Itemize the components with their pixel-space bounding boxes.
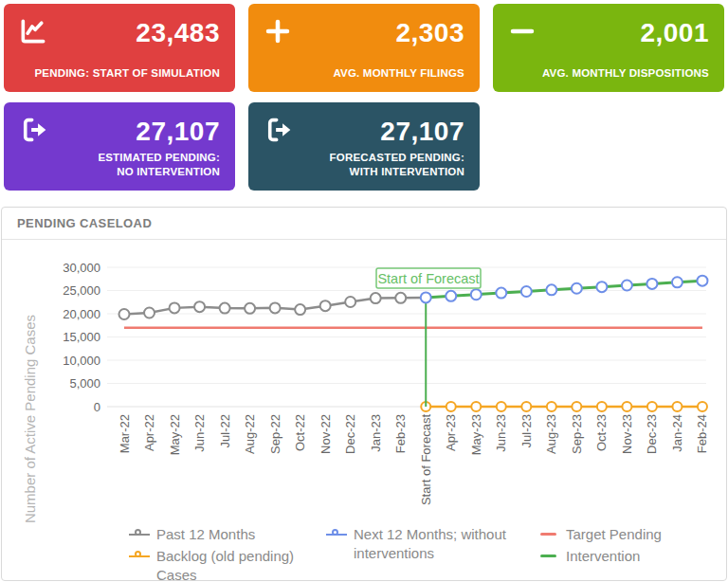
series-marker-backlog-old-pending-cases xyxy=(597,402,607,411)
legend-column: Next 12 Months; without interventions xyxy=(326,525,536,563)
kpi-value: 2,303 xyxy=(395,18,464,48)
series-marker-next-12-months-without-interventions xyxy=(471,289,482,300)
chart-line-icon xyxy=(18,16,48,46)
legend-label: Backlog (old pending) Cases xyxy=(156,547,318,582)
x-tick-label: Dec-22 xyxy=(343,414,357,454)
legend-label: Next 12 Months; without interventions xyxy=(354,525,536,563)
kpi-value: 27,107 xyxy=(380,117,464,147)
series-marker-backlog-old-pending-cases xyxy=(698,402,707,411)
series-marker-backlog-old-pending-cases xyxy=(572,402,581,411)
minus-icon xyxy=(507,16,537,46)
legend-column: Target PendingIntervention xyxy=(538,525,662,566)
x-tick-label: Start of Forecast xyxy=(419,414,433,505)
series-marker-backlog-old-pending-cases xyxy=(622,402,631,411)
x-tick-label: May-22 xyxy=(168,414,182,455)
dashboard: 23,483 PENDING: START OF SIMULATION 2,30… xyxy=(0,0,728,582)
legend-circle-marker-icon xyxy=(129,525,150,544)
y-tick-label: 10,000 xyxy=(63,354,100,368)
series-marker-past-12-months xyxy=(245,303,255,314)
series-marker-past-12-months xyxy=(144,308,155,318)
series-marker-next-12-months-without-interventions xyxy=(546,284,556,295)
x-tick-label: Aug-22 xyxy=(243,414,257,454)
kpi-card-avg-dispositions: 2,001 AVG. MONTHLY DISPOSITIONS xyxy=(493,4,724,92)
series-marker-past-12-months xyxy=(270,302,281,313)
series-marker-next-12-months-without-interventions xyxy=(697,276,707,286)
kpi-card-avg-filings: 2,303 AVG. MONTHLY FILINGS xyxy=(248,4,480,92)
x-tick-label: Mar-22 xyxy=(118,414,132,453)
series-marker-backlog-old-pending-cases xyxy=(446,402,456,411)
x-tick-label: Jun-22 xyxy=(192,414,207,452)
legend-item-intervention[interactable]: Intervention xyxy=(538,547,662,566)
series-marker-past-12-months xyxy=(320,300,331,311)
series-marker-next-12-months-without-interventions xyxy=(496,288,506,299)
legend-label: Past 12 Months xyxy=(156,525,255,544)
kpi-label: FORECASTED PENDING:WITH INTERVENTION xyxy=(330,151,464,179)
kpi-card-estimated-pending: 27,107 ESTIMATED PENDING:NO INTERVENTION xyxy=(4,102,235,191)
kpi-card-pending-start: 23,483 PENDING: START OF SIMULATION xyxy=(4,4,235,92)
x-tick-label: Jan-24 xyxy=(670,414,684,452)
series-marker-next-12-months-without-interventions xyxy=(672,277,682,287)
legend-circle-marker-icon xyxy=(129,547,150,566)
legend-column: Past 12 MonthsBacklog (old pending) Case… xyxy=(129,525,318,582)
y-tick-label: 25,000 xyxy=(63,283,100,298)
legend-line-marker-icon xyxy=(538,525,559,544)
series-marker-past-12-months xyxy=(395,293,406,303)
kpi-label: AVG. MONTHLY DISPOSITIONS xyxy=(542,66,709,81)
series-marker-past-12-months xyxy=(170,302,180,313)
series-marker-past-12-months xyxy=(371,293,381,303)
series-marker-past-12-months xyxy=(194,301,205,312)
series-marker-backlog-old-pending-cases xyxy=(497,402,506,411)
series-marker-backlog-old-pending-cases xyxy=(471,402,481,411)
x-tick-label: Jun-23 xyxy=(494,414,508,452)
kpi-label: AVG. MONTHLY FILINGS xyxy=(333,66,464,81)
x-tick-label: Sep-22 xyxy=(268,414,282,454)
series-marker-backlog-old-pending-cases xyxy=(672,402,682,411)
series-marker-backlog-old-pending-cases xyxy=(547,402,556,411)
x-tick-label: Sep-23 xyxy=(570,414,584,454)
series-marker-past-12-months xyxy=(220,303,230,314)
y-axis-title: Number of Active Pending Cases xyxy=(22,315,38,523)
y-tick-label: 15,000 xyxy=(63,330,100,344)
series-marker-next-12-months-without-interventions xyxy=(521,286,532,297)
y-tick-label: 30,000 xyxy=(63,261,100,275)
x-tick-label: Oct-23 xyxy=(594,414,609,451)
kpi-label: PENDING: START OF SIMULATION xyxy=(34,66,220,81)
x-tick-label: Apr-23 xyxy=(444,414,458,451)
legend-label: Intervention xyxy=(566,547,640,566)
x-tick-label: Feb-23 xyxy=(393,414,408,453)
kpi-value: 27,107 xyxy=(136,117,220,147)
x-tick-label: Dec-23 xyxy=(645,414,659,454)
series-marker-next-12-months-without-interventions xyxy=(572,283,582,294)
sign-out-icon xyxy=(18,115,48,145)
start-of-forecast-annotation-text: Start of Forecast xyxy=(377,271,479,286)
panel-title: PENDING CASELOAD xyxy=(17,216,152,230)
y-tick-label: 20,000 xyxy=(63,307,100,321)
x-tick-label: Feb-24 xyxy=(695,414,709,453)
series-marker-next-12-months-without-interventions xyxy=(421,292,431,302)
legend-item-next-12-months-without-interventions[interactable]: Next 12 Months; without interventions xyxy=(326,525,536,563)
legend-circle-marker-icon xyxy=(326,525,347,544)
legend-item-target-pending[interactable]: Target Pending xyxy=(538,525,662,544)
series-marker-next-12-months-without-interventions xyxy=(596,282,607,292)
kpi-label: ESTIMATED PENDING:NO INTERVENTION xyxy=(98,151,220,179)
legend-item-backlog-old-pending-cases[interactable]: Backlog (old pending) Cases xyxy=(129,547,318,582)
series-marker-past-12-months xyxy=(345,297,355,307)
series-marker-next-12-months-without-interventions xyxy=(646,279,657,289)
y-tick-label: 0 xyxy=(94,400,100,414)
legend-line-marker-icon xyxy=(538,547,559,566)
x-tick-label: Oct-22 xyxy=(293,414,307,451)
pending-caseload-chart: 05,00010,00015,00020,00025,00030,000Mar-… xyxy=(0,239,728,523)
legend-label: Target Pending xyxy=(566,525,662,544)
kpi-value: 2,001 xyxy=(640,18,709,48)
x-tick-label: Aug-23 xyxy=(544,414,558,454)
series-marker-backlog-old-pending-cases xyxy=(521,402,531,411)
sign-out-icon xyxy=(263,115,293,145)
series-marker-backlog-old-pending-cases xyxy=(647,402,657,411)
series-marker-past-12-months xyxy=(119,309,130,319)
kpi-card-forecasted-pending: 27,107 FORECASTED PENDING:WITH INTERVENT… xyxy=(248,102,480,191)
x-tick-label: Nov-23 xyxy=(620,414,634,454)
y-tick-label: 5,000 xyxy=(69,376,100,391)
legend-item-past-12-months[interactable]: Past 12 Months xyxy=(129,525,318,544)
x-tick-label: Jul-23 xyxy=(519,414,534,447)
x-tick-label: Apr-22 xyxy=(142,414,156,451)
